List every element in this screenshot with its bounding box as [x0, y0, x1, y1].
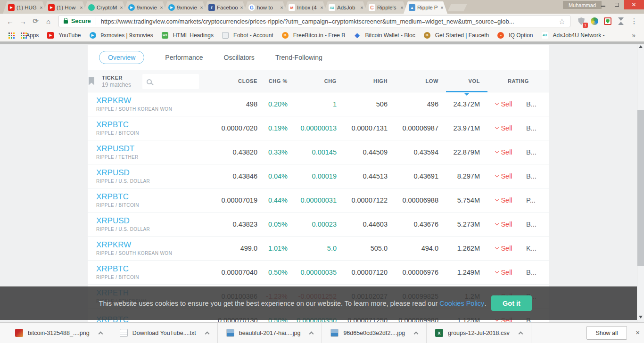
idm-extension-icon[interactable] — [588, 15, 601, 27]
bookmark-item[interactable]: B Get Started | Fauceth — [420, 30, 494, 41]
bookmark-item[interactable]: B FreeBitco.in - Free B — [278, 30, 350, 41]
ticker-cell[interactable]: XRPKRW RIPPLE / SOUTH KOREAN WON — [88, 241, 218, 256]
ticker-cell[interactable]: XRPUSD RIPPLE / U.S. DOLLAR — [88, 169, 218, 184]
ticker-symbol[interactable]: XRPBTC — [96, 121, 218, 129]
ticker-cell[interactable]: XRPBTC RIPPLE / BITCOIN — [88, 265, 218, 280]
ticker-symbol[interactable]: XRPKRW — [96, 97, 218, 105]
table-row[interactable]: XRPUSD RIPPLE / U.S. DOLLAR 0.43846 0.04… — [88, 164, 549, 188]
table-row[interactable]: XRPKRW RIPPLE / SOUTH KOREAN WON 499.0 1… — [88, 237, 549, 261]
browser-tab[interactable]: ▶ (1) How — [43, 1, 87, 14]
got-it-button[interactable]: Got it — [491, 295, 532, 311]
col-chg-pct-header[interactable]: CHG % — [265, 70, 295, 92]
url-text[interactable]: https://www.tradingview.com/markets/cryp… — [101, 18, 555, 25]
scroll-down-icon[interactable] — [639, 316, 643, 318]
bookmark-item[interactable]: 4U AdsJob4U Network - — [537, 30, 609, 41]
browser-tab[interactable]: CryptoM — [83, 1, 127, 14]
address-bar[interactable]: Secure https://www.tradingview.com/marke… — [58, 15, 570, 27]
browser-tab[interactable]: M Inbox (4 — [283, 1, 327, 14]
bookmark-item[interactable]: Apps — [17, 30, 43, 41]
home-icon[interactable]: ⌂ — [42, 15, 55, 28]
screener-search-input[interactable] — [155, 78, 195, 85]
ticker-cell[interactable]: XRPUSDT RIPPLE / TETHER — [88, 145, 218, 160]
tab-close-icon[interactable] — [198, 5, 205, 10]
col-rating-header[interactable]: RATING — [487, 70, 549, 92]
col-close-header[interactable]: CLOSE — [218, 70, 265, 92]
browser-tab[interactable]: ▶ 9xmovie — [163, 1, 207, 14]
show-all-downloads-button[interactable]: Show all — [586, 326, 627, 340]
screener-view-tab[interactable]: Performance — [165, 54, 203, 61]
ticker-symbol[interactable]: XRPBTC — [96, 265, 218, 273]
browser-tab[interactable]: C Ripple's — [363, 1, 407, 14]
browser-tab[interactable]: ▶ 9xmovie — [123, 1, 167, 14]
forward-icon[interactable]: → — [17, 15, 29, 28]
ticker-symbol[interactable]: XRPKRW — [96, 241, 218, 249]
download-filename[interactable]: bitcoin-3125488_....png — [28, 330, 90, 336]
ticker-cell[interactable]: XRPKRW RIPPLE / SOUTH KOREAN WON — [88, 97, 218, 112]
antivirus-extension-icon[interactable] — [602, 15, 614, 27]
bookmark-item[interactable]: ▶ YouTube — [43, 30, 85, 41]
cookies-policy-link[interactable]: Cookies Policy — [439, 300, 484, 307]
ticker-symbol[interactable]: XRPUSD — [96, 217, 218, 225]
col-low-header[interactable]: LOW — [395, 70, 446, 92]
shield-extension-icon[interactable]: 1 — [575, 15, 587, 27]
download-item[interactable]: beautiful-2017-hai....jpg — [218, 323, 322, 343]
chevron-up-icon[interactable] — [518, 332, 523, 336]
minimize-button[interactable] — [596, 0, 610, 9]
bookmark-item[interactable]: w3 HTML Headings — [157, 30, 218, 41]
download-item[interactable]: 96d65e0cd3e2df2....jpg — [322, 323, 427, 343]
browser-menu-icon[interactable] — [628, 15, 640, 27]
table-row[interactable]: XRPUSD RIPPLE / U.S. DOLLAR 0.43823 0.05… — [88, 212, 549, 237]
screener-view-tab[interactable]: Trend-Following — [275, 54, 322, 61]
hourglass-extension-icon[interactable] — [615, 15, 627, 27]
close-downloads-bar-icon[interactable] — [636, 328, 640, 336]
tab-close-icon[interactable] — [118, 5, 124, 10]
scroll-up-icon[interactable] — [639, 45, 643, 48]
browser-tab[interactable]: ▶ (1) HUG — [3, 1, 47, 14]
download-filename[interactable]: groups-12-Jul-2018.csv — [448, 330, 510, 336]
download-filename[interactable]: beautiful-2017-hai....jpg — [239, 330, 301, 336]
bookmarks-overflow-icon[interactable]: » — [632, 32, 636, 39]
tab-close-icon[interactable] — [38, 5, 44, 10]
bookmark-star-icon[interactable]: ☆ — [559, 17, 565, 26]
ticker-symbol[interactable]: XRPUSDT — [96, 145, 218, 153]
back-icon[interactable]: ← — [4, 15, 17, 28]
search-box[interactable] — [142, 74, 199, 89]
bookmark-item[interactable]: ıı IQ Option — [493, 30, 537, 41]
download-filename[interactable]: 96d65e0cd3e2df2....jpg — [343, 330, 405, 336]
chevron-up-icon[interactable] — [309, 332, 314, 336]
tab-close-icon[interactable] — [78, 5, 84, 10]
profile-chip[interactable]: Muhammad — [563, 1, 602, 9]
table-row[interactable]: XRPBTC RIPPLE / BITCOIN 0.00007020 0.19%… — [88, 116, 549, 140]
scrollbar-thumb[interactable] — [637, 110, 644, 266]
col-vol-header[interactable]: VOL — [446, 70, 487, 92]
tab-close-icon[interactable] — [439, 5, 445, 10]
table-row[interactable]: XRPKRW RIPPLE / SOUTH KOREAN WON 498 0.2… — [88, 92, 549, 116]
download-item[interactable]: bitcoin-3125488_....png — [7, 323, 111, 343]
ticker-cell[interactable]: XRPBTC RIPPLE / BITCOIN — [88, 121, 218, 136]
flag-icon[interactable] — [89, 77, 94, 85]
bookmark-item[interactable]: Eobot - Account — [218, 30, 278, 41]
tab-close-icon[interactable] — [279, 5, 285, 10]
bookmark-item[interactable]: ◆ Bitcoin Wallet - Bloc — [349, 30, 419, 41]
tab-close-icon[interactable] — [399, 5, 405, 10]
ticker-cell[interactable]: XRPUSD RIPPLE / U.S. DOLLAR — [88, 217, 218, 232]
col-high-header[interactable]: HIGH — [344, 70, 395, 92]
browser-tab[interactable]: 4U AdsJob — [323, 1, 367, 14]
table-row[interactable]: XRPBTC RIPPLE / BITCOIN 0.00007040 0.50%… — [88, 261, 549, 285]
bookmark-item[interactable]: ▶ 9xmovies | 9xmovies — [85, 30, 157, 41]
tab-close-icon[interactable] — [359, 5, 365, 10]
download-item[interactable]: Download YouTube....txt — [111, 323, 218, 343]
table-row[interactable]: XRPBTC RIPPLE / BITCOIN 0.00007019 0.44%… — [88, 188, 549, 212]
ticker-symbol[interactable]: XRPBTC — [96, 193, 218, 201]
browser-tab[interactable]: G how to — [243, 1, 287, 14]
tab-close-icon[interactable] — [239, 5, 245, 10]
chevron-up-icon[interactable] — [98, 332, 103, 336]
col-chg-header[interactable]: CHG — [295, 70, 344, 92]
download-item[interactable]: X groups-12-Jul-2018.csv — [427, 323, 531, 343]
chevron-up-icon[interactable] — [414, 332, 419, 336]
tab-close-icon[interactable] — [158, 5, 165, 10]
screener-view-tab[interactable]: Overview — [99, 51, 144, 64]
browser-tab[interactable]: f Faceboo — [203, 1, 247, 14]
browser-tab[interactable]: ▲ Ripple P — [404, 1, 447, 14]
page-scrollbar[interactable] — [637, 41, 644, 322]
